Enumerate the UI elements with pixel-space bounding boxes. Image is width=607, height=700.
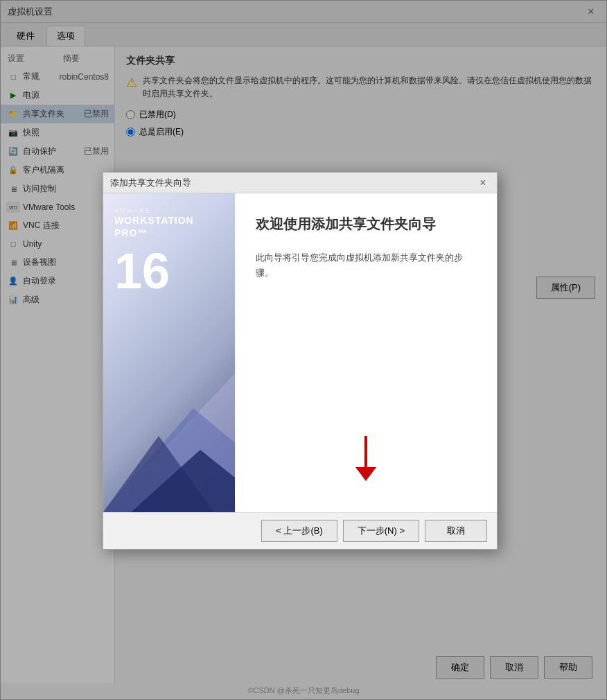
wizard-cancel-button[interactable]: 取消 (425, 520, 487, 542)
workstation-label: WORKSTATIONPRO™ (114, 214, 194, 239)
wizard-dialog: 添加共享文件夹向导 × VMWARE WORKSTATIONPRO™ 16 欢迎… (103, 172, 498, 550)
version-number: 16 (114, 246, 170, 296)
red-arrow-indicator (352, 436, 380, 484)
wizard-title: 添加共享文件夹向导 (110, 177, 191, 189)
vmware-label: VMWARE (114, 207, 151, 214)
svg-marker-5 (355, 467, 376, 481)
wizard-titlebar: 添加共享文件夹向导 × (103, 173, 497, 193)
wizard-brand-panel: VMWARE WORKSTATIONPRO™ 16 (103, 193, 235, 512)
wizard-main-title: 欢迎使用添加共享文件夹向导 (256, 214, 476, 234)
wizard-body: VMWARE WORKSTATIONPRO™ 16 欢迎使用添加共享文件夹向导 … (103, 193, 497, 512)
wizard-content-panel: 欢迎使用添加共享文件夹向导 此向导将引导您完成向虚拟机添加新共享文件夹的步骤。 (235, 193, 497, 512)
wizard-close-button[interactable]: × (476, 176, 490, 190)
back-button[interactable]: < 上一步(B) (261, 520, 337, 542)
next-button[interactable]: 下一步(N) > (343, 520, 419, 542)
wizard-footer: < 上一步(B) 下一步(N) > 取消 (103, 512, 497, 549)
brand-decorative-triangles (103, 339, 235, 512)
wizard-description: 此向导将引导您完成向虚拟机添加新共享文件夹的步骤。 (256, 250, 476, 281)
